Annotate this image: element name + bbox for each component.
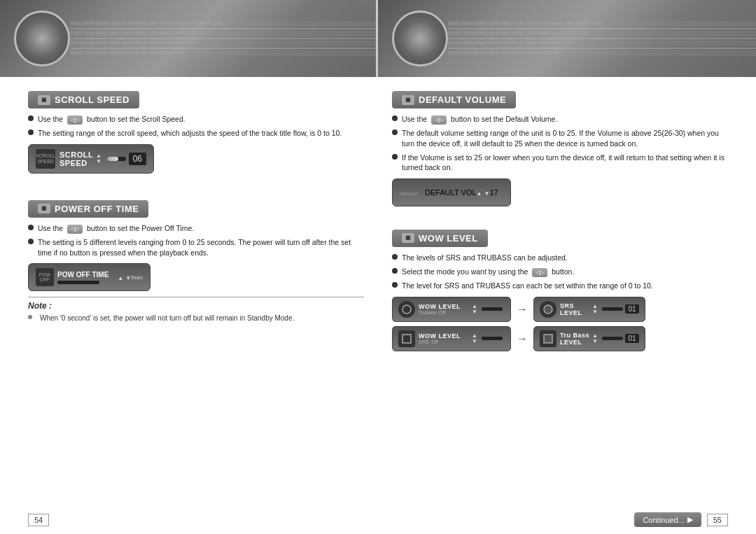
banner-text-row-r2: 01010 11010 00101 11010 10101 00101 1101… bbox=[448, 31, 756, 36]
default-volume-bullets: Use the ◁▷ button to set the Default Vol… bbox=[392, 114, 728, 173]
inline-btn-wow: ◁▷ bbox=[532, 268, 547, 277]
wow-bullet-2: Select the mode you want by using the ◁▷… bbox=[392, 267, 728, 277]
wow-label-area-2: WOW LEVEL SRS: Off bbox=[419, 332, 470, 344]
banner-line-r3 bbox=[448, 48, 756, 49]
srs-label: SRS LEVEL bbox=[560, 302, 590, 316]
banner-text-row-r1: 10101 00100 11010 01100 10101 00111 1001… bbox=[448, 21, 756, 27]
pow-icon-top: POW bbox=[39, 272, 51, 277]
wow-diagram: WOW LEVEL Trubass: Off ▲ ▼ → bbox=[392, 297, 728, 351]
wow-bullet-3-text: The level for SRS and TRUBASS can each b… bbox=[402, 281, 653, 291]
pow-nav-down: ▼ bbox=[125, 275, 131, 281]
wow-nav-2: ▲ ▼ bbox=[472, 333, 477, 344]
trubass-value: 01 bbox=[625, 334, 639, 343]
wow-level-section: ▣ WOW LEVEL The levels of SRS and TRUBAS… bbox=[392, 230, 728, 351]
wow-label-area-1: WOW LEVEL Trubass: Off bbox=[419, 303, 470, 315]
default-volume-title: DEFAULT VOLUME bbox=[419, 94, 506, 105]
default-vol-value: 17 bbox=[489, 188, 498, 197]
inline-btn: ◁▷ bbox=[67, 115, 83, 125]
wow-bullets: The levels of SRS and TRUBASS can be adj… bbox=[392, 253, 728, 291]
srs-bar bbox=[602, 307, 623, 311]
scroll-speed-title: SCROLL SPEED bbox=[55, 94, 130, 105]
scroll-bar bbox=[107, 157, 126, 161]
wow-bullet-1: The levels of SRS and TRUBASS can be adj… bbox=[392, 253, 728, 263]
wow-label-top-1: WOW LEVEL bbox=[419, 303, 470, 310]
pow-label: POW OFF TIME bbox=[57, 271, 118, 279]
scroll-speed-bullets: Use the ◁▷ button to set the Scroll Spee… bbox=[28, 114, 364, 139]
banner-left: 10101 00100 11010 01100 10101 00111 1001… bbox=[0, 0, 378, 77]
trubass-sq-icon bbox=[543, 334, 553, 344]
default-volume-icon: ▣ bbox=[402, 95, 414, 105]
srs-circle-icon bbox=[543, 304, 553, 314]
power-off-display: POW OFF POW OFF TIME ▲ ▼ 5sec bbox=[28, 263, 150, 291]
default-volume-bullet-2: The default volume setting range of the … bbox=[392, 128, 728, 148]
default-vol-display: DEFAULT DEFAULT VOL ▲ ▼ 17 bbox=[392, 178, 511, 206]
default-volume-bullet-3: If the Volume is set to 25 or lower when… bbox=[392, 153, 728, 173]
scroll-nav: ▲ ▼ bbox=[96, 153, 102, 164]
dv-bullet-3-text: If the Volume is set to 25 or lower when… bbox=[402, 153, 728, 173]
wow-display-1: WOW LEVEL Trubass: Off ▲ ▼ bbox=[392, 297, 511, 322]
bullet-dot-2 bbox=[28, 129, 34, 135]
pow-bar bbox=[57, 281, 99, 284]
wow-bullet-1-text: The levels of SRS and TRUBASS can be adj… bbox=[402, 253, 568, 263]
scroll-speed-disp-label: SCROLL SPEED bbox=[59, 150, 93, 167]
power-off-bullet-2-text: The setting is 5 different levels rangin… bbox=[38, 237, 364, 258]
inline-btn-p: ◁▷ bbox=[67, 225, 83, 234]
trubass-label-area: Tru Bass LEVEL bbox=[560, 332, 590, 346]
footer-right: Continued... ▶ 55 bbox=[634, 512, 728, 527]
pow-value: 5sec bbox=[131, 274, 143, 281]
scroll-speed-display: SCROLL SPEED SCROLL SPEED ▲ ▼ 06 bbox=[28, 144, 154, 174]
wow-dot-1 bbox=[392, 254, 398, 260]
wow-icon-square bbox=[398, 330, 415, 347]
dv-bullet-2-text: The default volume setting range of the … bbox=[402, 128, 728, 148]
wow-bullet-3: The level for SRS and TRUBASS can each b… bbox=[392, 281, 728, 291]
note-section: Note : When '0 second' is set, the power… bbox=[28, 297, 364, 323]
trubass-bar bbox=[602, 337, 623, 340]
continued-button[interactable]: Continued... ▶ bbox=[634, 512, 701, 527]
trubass-icon bbox=[540, 330, 556, 347]
wow-level-icon: ▣ bbox=[402, 233, 414, 243]
wow-bar-2 bbox=[482, 337, 503, 340]
scroll-bar-fill bbox=[107, 157, 118, 161]
default-nav: ▲ ▼ bbox=[477, 188, 490, 197]
default-nav-down: ▼ bbox=[484, 190, 490, 197]
pow-label-area: POW OFF TIME bbox=[57, 271, 118, 284]
banner-circle-left bbox=[14, 10, 70, 66]
banner-line bbox=[70, 38, 376, 39]
arrow-right-1: → bbox=[517, 303, 528, 316]
banner-line bbox=[70, 28, 376, 29]
default-vol-label: DEFAULT VOL bbox=[425, 188, 477, 197]
wow-row-2: WOW LEVEL SRS: Off ▲ ▼ → bbox=[392, 326, 728, 351]
power-off-bullets: Use the ◁▷ button to set the Power Off T… bbox=[28, 223, 364, 258]
dv-dot-1 bbox=[392, 115, 398, 121]
wow-dot-2 bbox=[392, 268, 398, 274]
srs-nav: ▲ ▼ bbox=[592, 304, 598, 315]
arrow-right-2: → bbox=[517, 332, 528, 345]
default-volume-header: ▣ DEFAULT VOLUME bbox=[392, 91, 516, 108]
trubass-level-display: Tru Bass LEVEL ▲ ▼ 01 bbox=[533, 326, 645, 351]
pow-nav: ▲ ▼ bbox=[118, 273, 131, 281]
page-footer: 54 Continued... ▶ 55 bbox=[0, 509, 756, 534]
scroll-speed-bullet-1-text: Use the ◁▷ button to set the Scroll Spee… bbox=[38, 114, 186, 125]
svg-point-1 bbox=[544, 305, 552, 314]
wow-level-header: ▣ WOW LEVEL bbox=[392, 230, 488, 247]
srs-nav-down: ▼ bbox=[592, 309, 598, 315]
default-nav-up: ▲ bbox=[477, 190, 482, 197]
wow-nav-down-1: ▼ bbox=[472, 309, 477, 315]
banner-text-row: 10101 00100 11010 01100 10101 00111 1001… bbox=[70, 21, 376, 27]
scroll-speed-disp-icon-bot: SPEED bbox=[37, 159, 54, 164]
bullet-dot-p1 bbox=[28, 225, 34, 230]
scroll-speed-section: ▣ SCROLL SPEED Use the ◁▷ button to set … bbox=[28, 91, 364, 179]
scroll-speed-icon: ▣ bbox=[38, 95, 50, 105]
srs-level-display: SRS LEVEL ▲ ▼ 01 bbox=[533, 297, 645, 322]
wow-row-1: WOW LEVEL Trubass: Off ▲ ▼ → bbox=[392, 297, 728, 322]
power-off-bullet-2: The setting is 5 different levels rangin… bbox=[28, 237, 364, 258]
dv-dot-3 bbox=[392, 154, 398, 160]
banner-text-row: 10101 00100 11010 01100 10101 00111 1001… bbox=[70, 41, 376, 46]
default-volume-section: ▣ DEFAULT VOLUME Use the ◁▷ button to se… bbox=[392, 91, 728, 212]
default-disp-icon-text: DEFAULT bbox=[400, 192, 419, 196]
square-icon bbox=[402, 334, 412, 344]
bullet-dot bbox=[28, 115, 34, 121]
scroll-speed-disp-icon: SCROLL SPEED bbox=[36, 149, 55, 169]
page-number-left: 54 bbox=[28, 514, 49, 526]
scroll-speed-disp-icon-top: SCROLL bbox=[36, 153, 55, 159]
